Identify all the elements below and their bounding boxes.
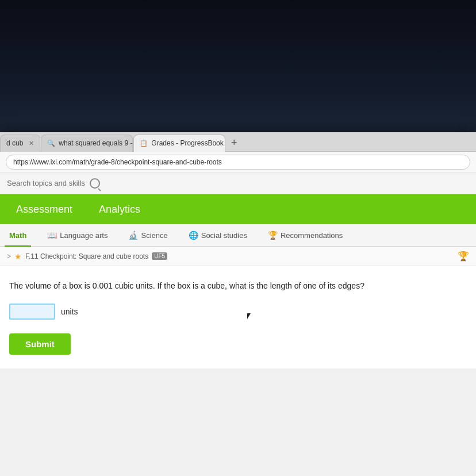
search-bar: Search topics and skills xyxy=(0,172,476,194)
tab-recommendations-label: Recommendations xyxy=(281,231,343,240)
search-container: Search topics and skills xyxy=(7,178,469,189)
nav-assessment[interactable]: Assessment xyxy=(11,201,77,218)
browser-window: d cub ✕ 🔍 what squared equals 9 - Search… xyxy=(0,132,476,476)
search-placeholder: Search topics and skills xyxy=(7,179,85,187)
new-tab-button[interactable]: + xyxy=(226,135,242,151)
tab-3[interactable]: 📋 Grades - ProgressBook ✕ xyxy=(133,135,225,152)
main-content: The volume of a box is 0.001 cubic units… xyxy=(0,266,476,368)
units-label: units xyxy=(61,307,78,316)
tab-1[interactable]: d cub ✕ xyxy=(0,135,40,152)
answer-row: units xyxy=(9,304,467,320)
address-bar xyxy=(0,152,476,172)
green-nav-bar: Assessment Analytics xyxy=(0,194,476,224)
tab-social-studies-label: Social studies xyxy=(201,231,247,240)
breadcrumb-text: F.11 Checkpoint: Square and cube roots xyxy=(25,252,148,260)
science-icon: 🔬 xyxy=(128,231,138,240)
tab-1-close[interactable]: ✕ xyxy=(29,140,34,147)
tab-science-label: Science xyxy=(141,231,167,240)
tab-recommendations[interactable]: 🏆 Recommendations xyxy=(263,225,347,247)
tab-language-arts-label: Language arts xyxy=(60,231,108,240)
screen-background: d cub ✕ 🔍 what squared equals 9 - Search… xyxy=(0,0,476,476)
recommendations-icon: 🏆 xyxy=(268,231,278,240)
tab-3-icon: 📋 xyxy=(140,140,148,147)
tab-2-label: what squared equals 9 - Search xyxy=(59,139,133,147)
tab-1-label: d cub xyxy=(6,139,23,147)
tab-language-arts[interactable]: 📖 Language arts xyxy=(43,225,112,247)
subject-tabs-bar: Math 📖 Language arts 🔬 Science 🌐 Social … xyxy=(0,224,476,247)
address-input[interactable] xyxy=(6,155,470,170)
desktop-background xyxy=(0,0,476,132)
answer-input[interactable] xyxy=(9,304,55,320)
search-icon[interactable] xyxy=(90,178,100,189)
social-studies-icon: 🌐 xyxy=(189,231,198,240)
submit-button[interactable]: Submit xyxy=(9,333,71,355)
tab-social-studies[interactable]: 🌐 Social studies xyxy=(184,225,252,247)
tab-math[interactable]: Math xyxy=(5,225,31,247)
language-arts-icon: 📖 xyxy=(47,231,57,240)
question-text: The volume of a box is 0.001 cubic units… xyxy=(9,279,467,292)
tab-2[interactable]: 🔍 what squared equals 9 - Search ✕ xyxy=(41,135,133,152)
breadcrumb-badge: UF5 xyxy=(152,252,167,260)
tab-science[interactable]: 🔬 Science xyxy=(124,225,172,247)
nav-analytics[interactable]: Analytics xyxy=(94,201,145,218)
tab-2-icon: 🔍 xyxy=(47,140,55,147)
tab-math-label: Math xyxy=(9,231,26,240)
breadcrumb-arrow: > xyxy=(7,252,11,260)
breadcrumb: > ★ F.11 Checkpoint: Square and cube roo… xyxy=(0,247,476,266)
tab-bar: d cub ✕ 🔍 what squared equals 9 - Search… xyxy=(0,132,476,152)
trophy-icon: 🏆 xyxy=(458,251,469,262)
tab-3-label: Grades - ProgressBook xyxy=(151,139,223,147)
breadcrumb-star-icon: ★ xyxy=(14,252,22,261)
